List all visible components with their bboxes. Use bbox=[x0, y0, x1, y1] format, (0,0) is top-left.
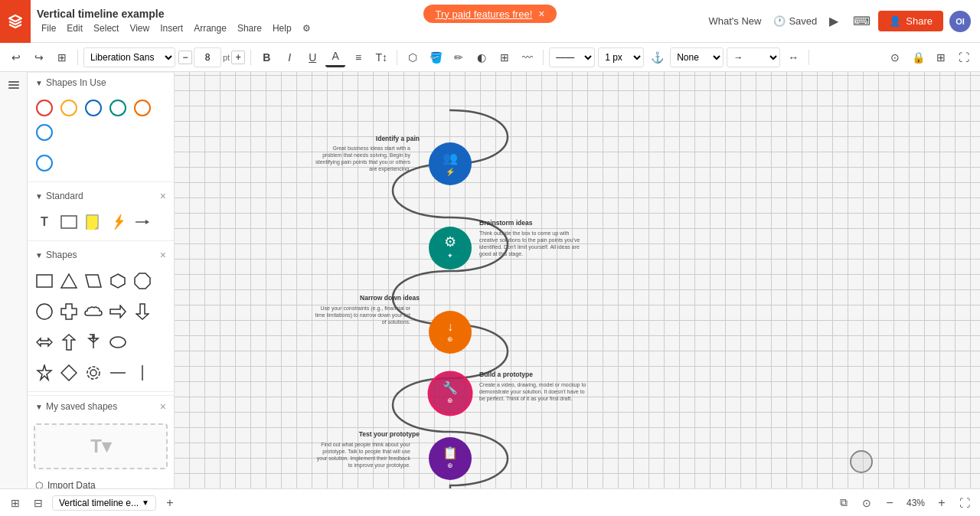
constraint-button[interactable]: ⊞ bbox=[931, 47, 951, 67]
layers-btn[interactable]: ⧉ bbox=[835, 494, 853, 512]
menu-edit[interactable]: Edit bbox=[62, 21, 87, 35]
menu-arrange[interactable]: Arrange bbox=[189, 21, 231, 35]
sh-arrow-right[interactable] bbox=[107, 301, 129, 322]
menu-insert[interactable]: Insert bbox=[155, 21, 188, 35]
zoom-out-btn[interactable]: − bbox=[880, 494, 899, 512]
shape-circle-orange[interactable] bbox=[132, 97, 153, 119]
std-rect[interactable] bbox=[58, 211, 80, 233]
sh-oval[interactable] bbox=[107, 331, 129, 353]
share-button[interactable]: 👤 Share bbox=[878, 11, 943, 31]
stroke-width-select[interactable]: 1 px bbox=[598, 47, 644, 67]
section-shapes-close[interactable]: × bbox=[160, 249, 166, 261]
sh-triangle[interactable] bbox=[58, 270, 80, 292]
shape-circle-blue2[interactable] bbox=[34, 122, 55, 143]
grid-view-btn[interactable]: ⊟ bbox=[29, 494, 47, 512]
menu-help[interactable]: Help bbox=[268, 21, 296, 35]
font-size-input[interactable] bbox=[194, 47, 221, 67]
sh-cross[interactable] bbox=[58, 301, 80, 322]
import-data-button[interactable]: ⬡ Import Data bbox=[28, 475, 174, 488]
section-shapes[interactable]: ▼ Shapes × bbox=[28, 244, 174, 266]
sh-cloud[interactable] bbox=[83, 301, 104, 322]
font-size-increase[interactable]: + bbox=[231, 51, 245, 64]
waypoint-button[interactable]: 〰 bbox=[518, 47, 537, 67]
add-page-btn[interactable]: + bbox=[161, 494, 179, 512]
banner-close-btn[interactable]: × bbox=[538, 8, 544, 20]
sh-arrow-down[interactable] bbox=[132, 301, 153, 322]
underline-button[interactable]: U bbox=[302, 47, 322, 67]
bold-button[interactable]: B bbox=[256, 47, 276, 67]
start-arrow-select[interactable]: None bbox=[670, 47, 724, 67]
insert-shape-button[interactable]: ⬡ bbox=[403, 47, 423, 67]
font-select[interactable]: Liberation Sans bbox=[83, 47, 175, 67]
zoom-in-btn[interactable]: + bbox=[933, 494, 951, 512]
menu-share[interactable]: Share bbox=[233, 21, 266, 35]
present-icon-btn[interactable]: ▶ bbox=[823, 11, 844, 32]
section-standard[interactable]: ▼ Standard × bbox=[28, 185, 174, 207]
whats-new-button[interactable]: What's New bbox=[702, 12, 767, 30]
font-size-decrease[interactable]: − bbox=[178, 51, 192, 64]
zoom-expand-btn[interactable]: ⛶ bbox=[956, 494, 974, 512]
canvas-area[interactable]: 👥 ⚡ ⚙ ✦ ↓ ⊕ 🔧 ⊕ 📋 ⊕ Identify a pain Gr bbox=[175, 72, 980, 488]
section-shapes-in-use[interactable]: ▼ Shapes In Use bbox=[28, 73, 174, 93]
user-avatar[interactable]: OI bbox=[949, 11, 971, 32]
sh-star[interactable] bbox=[34, 362, 55, 384]
text-align-button[interactable]: ≡ bbox=[348, 47, 368, 67]
stroke-style-select[interactable]: —— bbox=[549, 47, 595, 67]
fill-color-button[interactable]: 🪣 bbox=[426, 47, 446, 67]
more-icon-btn[interactable]: ⌨ bbox=[851, 11, 872, 32]
banner-link[interactable]: Try paid features free! bbox=[436, 8, 533, 20]
undo-button[interactable]: ↩ bbox=[6, 47, 26, 67]
sh-rect[interactable] bbox=[34, 270, 55, 292]
std-arrow[interactable] bbox=[132, 211, 153, 233]
list-view-btn[interactable]: ⊞ bbox=[6, 494, 24, 512]
anchor-button[interactable]: ⚓ bbox=[647, 47, 667, 67]
format-panel-btn[interactable]: ⊙ bbox=[858, 494, 876, 512]
redo-button[interactable]: ↪ bbox=[29, 47, 49, 67]
page-tab[interactable]: Vertical timeline e... ▼ bbox=[52, 495, 156, 511]
shape-circle-blue-dark[interactable] bbox=[83, 97, 104, 119]
sh-arrow-lr[interactable] bbox=[34, 331, 55, 353]
sh-vert-line[interactable] bbox=[132, 362, 153, 384]
section-standard-close[interactable]: × bbox=[160, 190, 166, 202]
sh-octagon[interactable] bbox=[132, 270, 153, 292]
sh-arrow-up[interactable] bbox=[58, 331, 80, 353]
expand-button[interactable]: ⛶ bbox=[954, 47, 974, 67]
format-button[interactable]: ⊞ bbox=[52, 47, 72, 67]
lock-button[interactable]: 🔒 bbox=[908, 47, 928, 67]
opacity-button[interactable]: ◐ bbox=[472, 47, 492, 67]
font-color-button[interactable]: A bbox=[325, 47, 345, 67]
saved-button[interactable]: 🕐 Saved bbox=[773, 15, 817, 27]
end-arrow-select[interactable]: → bbox=[727, 47, 780, 67]
std-note[interactable] bbox=[83, 211, 104, 233]
copy-style-button[interactable]: ⊙ bbox=[885, 47, 905, 67]
section-saved-close[interactable]: × bbox=[160, 400, 166, 413]
section-standard-label: Standard bbox=[46, 191, 83, 201]
zoom-level[interactable]: 43% bbox=[902, 498, 929, 508]
stroke-color-button[interactable]: ✏ bbox=[449, 47, 469, 67]
menu-view[interactable]: View bbox=[125, 21, 154, 35]
shape-circle-red[interactable] bbox=[34, 97, 55, 119]
sh-line[interactable] bbox=[107, 362, 129, 384]
text-format-button[interactable]: T↕ bbox=[371, 47, 391, 67]
sh-parallelogram[interactable] bbox=[83, 270, 104, 292]
menu-extras[interactable]: ⚙ bbox=[298, 21, 315, 35]
layers-panel-btn[interactable] bbox=[3, 73, 24, 95]
sh-hexagon[interactable] bbox=[107, 270, 129, 292]
menu-file[interactable]: File bbox=[37, 21, 60, 35]
flip-button[interactable]: ↔ bbox=[783, 47, 803, 67]
section-saved[interactable]: ▼ My saved shapes × bbox=[28, 396, 174, 417]
doc-title[interactable]: Vertical timeline example bbox=[37, 8, 315, 20]
banner-pill[interactable]: Try paid features free! × bbox=[423, 5, 557, 23]
shape-circle-yellow[interactable] bbox=[58, 97, 80, 119]
sh-diamond[interactable] bbox=[58, 362, 80, 384]
shape-circle-single[interactable] bbox=[34, 152, 55, 174]
menu-select[interactable]: Select bbox=[89, 21, 123, 35]
std-text[interactable]: T bbox=[34, 211, 55, 233]
sh-gear[interactable] bbox=[83, 362, 104, 384]
std-lightning[interactable] bbox=[107, 211, 129, 233]
italic-button[interactable]: I bbox=[279, 47, 299, 67]
connection-button[interactable]: ⊞ bbox=[495, 47, 514, 67]
sh-circle[interactable] bbox=[34, 301, 55, 322]
shape-circle-teal[interactable] bbox=[107, 97, 129, 119]
sh-arrow-ud[interactable] bbox=[83, 331, 104, 353]
